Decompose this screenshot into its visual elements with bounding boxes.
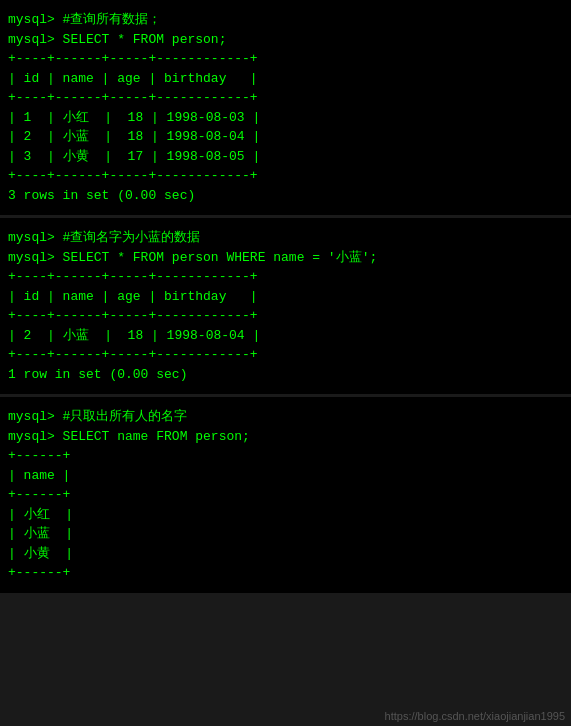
terminal-line: mysql> SELECT name FROM person; xyxy=(8,427,563,447)
terminal-block-1: mysql> #查询所有数据；mysql> SELECT * FROM pers… xyxy=(0,0,571,218)
watermark: https://blog.csdn.net/xiaojianjian1995 xyxy=(385,710,565,722)
terminal-line: +----+------+-----+------------+ xyxy=(8,166,563,186)
terminal-line: +----+------+-----+------------+ xyxy=(8,306,563,326)
terminal-block-2: mysql> #查询名字为小蓝的数据mysql> SELECT * FROM p… xyxy=(0,218,571,397)
terminal-line: +------+ xyxy=(8,563,563,583)
terminal-line: | 小黄 | xyxy=(8,544,563,564)
terminal-line: +----+------+-----+------------+ xyxy=(8,49,563,69)
terminal-line: mysql> SELECT * FROM person WHERE name =… xyxy=(8,248,563,268)
terminal-line: | id | name | age | birthday | xyxy=(8,69,563,89)
terminal-line: | 小红 | xyxy=(8,505,563,525)
terminal-line: | 2 | 小蓝 | 18 | 1998-08-04 | xyxy=(8,127,563,147)
terminal-block-3: mysql> #只取出所有人的名字mysql> SELECT name FROM… xyxy=(0,397,571,593)
terminal-line: | id | name | age | birthday | xyxy=(8,287,563,307)
terminal-line: mysql> #只取出所有人的名字 xyxy=(8,407,563,427)
terminal-line: +------+ xyxy=(8,485,563,505)
terminal-line: | 2 | 小蓝 | 18 | 1998-08-04 | xyxy=(8,326,563,346)
terminal-line: | name | xyxy=(8,466,563,486)
terminal-line: +----+------+-----+------------+ xyxy=(8,267,563,287)
terminal-line: +----+------+-----+------------+ xyxy=(8,88,563,108)
terminal-line: | 小蓝 | xyxy=(8,524,563,544)
terminal-line: | 3 | 小黄 | 17 | 1998-08-05 | xyxy=(8,147,563,167)
terminal-line: mysql> #查询所有数据； xyxy=(8,10,563,30)
terminal-line: | 1 | 小红 | 18 | 1998-08-03 | xyxy=(8,108,563,128)
terminal-line: mysql> #查询名字为小蓝的数据 xyxy=(8,228,563,248)
terminal-line: +------+ xyxy=(8,446,563,466)
terminal-line: 3 rows in set (0.00 sec) xyxy=(8,186,563,206)
terminal-line: mysql> SELECT * FROM person; xyxy=(8,30,563,50)
terminal-line: +----+------+-----+------------+ xyxy=(8,345,563,365)
terminal-line: 1 row in set (0.00 sec) xyxy=(8,365,563,385)
